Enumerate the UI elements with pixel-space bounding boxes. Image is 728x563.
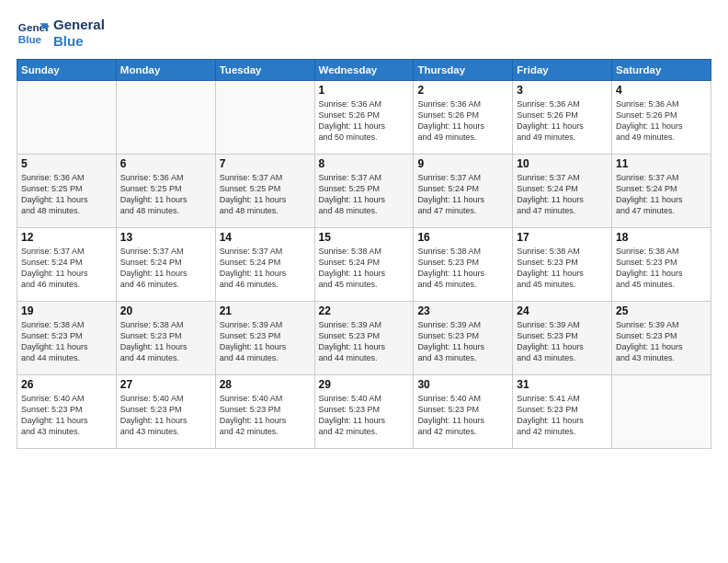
- day-info: Sunrise: 5:37 AM Sunset: 5:24 PM Dayligh…: [517, 172, 608, 217]
- day-number: 6: [120, 157, 211, 170]
- day-cell-11: 11Sunrise: 5:37 AM Sunset: 5:24 PM Dayli…: [612, 155, 711, 228]
- svg-text:Blue: Blue: [18, 33, 42, 45]
- day-cell-27: 27Sunrise: 5:40 AM Sunset: 5:23 PM Dayli…: [116, 375, 215, 449]
- day-info: Sunrise: 5:40 AM Sunset: 5:23 PM Dayligh…: [120, 393, 211, 438]
- header: General Blue General Blue: [17, 17, 711, 50]
- day-info: Sunrise: 5:39 AM Sunset: 5:23 PM Dayligh…: [319, 319, 410, 364]
- week-row-4: 26Sunrise: 5:40 AM Sunset: 5:23 PM Dayli…: [17, 375, 711, 449]
- day-number: 9: [417, 157, 508, 170]
- day-number: 22: [319, 304, 410, 317]
- logo-general: General: [53, 17, 105, 33]
- day-cell-7: 7Sunrise: 5:37 AM Sunset: 5:25 PM Daylig…: [215, 155, 314, 228]
- empty-cell: [612, 375, 711, 449]
- day-info: Sunrise: 5:37 AM Sunset: 5:25 PM Dayligh…: [220, 172, 311, 217]
- weekday-header-saturday: Saturday: [612, 60, 711, 81]
- day-number: 15: [319, 231, 410, 244]
- day-number: 27: [120, 378, 211, 391]
- day-cell-5: 5Sunrise: 5:36 AM Sunset: 5:25 PM Daylig…: [17, 155, 117, 228]
- day-cell-8: 8Sunrise: 5:37 AM Sunset: 5:25 PM Daylig…: [314, 155, 414, 228]
- day-cell-1: 1Sunrise: 5:36 AM Sunset: 5:26 PM Daylig…: [314, 81, 414, 155]
- day-number: 5: [21, 157, 112, 170]
- day-cell-10: 10Sunrise: 5:37 AM Sunset: 5:24 PM Dayli…: [513, 155, 612, 228]
- day-info: Sunrise: 5:38 AM Sunset: 5:23 PM Dayligh…: [616, 246, 707, 291]
- day-info: Sunrise: 5:39 AM Sunset: 5:23 PM Dayligh…: [220, 319, 311, 364]
- logo-blue: Blue: [53, 33, 105, 50]
- day-info: Sunrise: 5:40 AM Sunset: 5:23 PM Dayligh…: [417, 393, 508, 438]
- day-cell-28: 28Sunrise: 5:40 AM Sunset: 5:23 PM Dayli…: [215, 375, 314, 449]
- day-number: 11: [616, 157, 707, 170]
- day-number: 17: [517, 231, 608, 244]
- empty-cell: [215, 81, 314, 155]
- day-cell-2: 2Sunrise: 5:36 AM Sunset: 5:26 PM Daylig…: [414, 81, 513, 155]
- weekday-header-tuesday: Tuesday: [215, 60, 314, 81]
- week-row-0: 1Sunrise: 5:36 AM Sunset: 5:26 PM Daylig…: [17, 81, 711, 155]
- day-info: Sunrise: 5:36 AM Sunset: 5:26 PM Dayligh…: [417, 98, 508, 144]
- calendar-container: General Blue General Blue SundayMondayTu…: [0, 0, 728, 458]
- day-cell-31: 31Sunrise: 5:41 AM Sunset: 5:23 PM Dayli…: [513, 375, 612, 449]
- day-info: Sunrise: 5:36 AM Sunset: 5:25 PM Dayligh…: [120, 172, 211, 217]
- day-info: Sunrise: 5:38 AM Sunset: 5:23 PM Dayligh…: [517, 246, 608, 291]
- day-number: 26: [21, 378, 112, 391]
- day-cell-18: 18Sunrise: 5:38 AM Sunset: 5:23 PM Dayli…: [612, 228, 711, 302]
- day-number: 14: [220, 231, 311, 244]
- day-info: Sunrise: 5:40 AM Sunset: 5:23 PM Dayligh…: [21, 393, 112, 438]
- day-cell-21: 21Sunrise: 5:39 AM Sunset: 5:23 PM Dayli…: [215, 302, 314, 375]
- weekday-header-sunday: Sunday: [17, 60, 117, 81]
- day-info: Sunrise: 5:38 AM Sunset: 5:23 PM Dayligh…: [120, 319, 211, 364]
- weekday-header-wednesday: Wednesday: [314, 60, 414, 81]
- day-number: 3: [517, 84, 608, 97]
- day-number: 20: [120, 304, 211, 317]
- day-number: 2: [417, 84, 508, 97]
- day-info: Sunrise: 5:36 AM Sunset: 5:26 PM Dayligh…: [517, 98, 608, 144]
- day-info: Sunrise: 5:36 AM Sunset: 5:26 PM Dayligh…: [616, 98, 707, 144]
- day-number: 18: [616, 231, 707, 244]
- day-number: 30: [417, 378, 508, 391]
- day-cell-20: 20Sunrise: 5:38 AM Sunset: 5:23 PM Dayli…: [116, 302, 215, 375]
- day-info: Sunrise: 5:36 AM Sunset: 5:25 PM Dayligh…: [21, 172, 112, 217]
- day-cell-26: 26Sunrise: 5:40 AM Sunset: 5:23 PM Dayli…: [17, 375, 117, 449]
- day-info: Sunrise: 5:39 AM Sunset: 5:23 PM Dayligh…: [517, 319, 608, 364]
- day-number: 23: [417, 304, 508, 317]
- weekday-header-thursday: Thursday: [414, 60, 513, 81]
- day-cell-14: 14Sunrise: 5:37 AM Sunset: 5:24 PM Dayli…: [215, 228, 314, 302]
- day-cell-30: 30Sunrise: 5:40 AM Sunset: 5:23 PM Dayli…: [414, 375, 513, 449]
- day-info: Sunrise: 5:37 AM Sunset: 5:25 PM Dayligh…: [319, 172, 410, 217]
- day-info: Sunrise: 5:38 AM Sunset: 5:23 PM Dayligh…: [417, 246, 508, 291]
- day-info: Sunrise: 5:38 AM Sunset: 5:23 PM Dayligh…: [21, 319, 112, 364]
- day-cell-19: 19Sunrise: 5:38 AM Sunset: 5:23 PM Dayli…: [17, 302, 117, 375]
- day-cell-29: 29Sunrise: 5:40 AM Sunset: 5:23 PM Dayli…: [314, 375, 414, 449]
- day-cell-12: 12Sunrise: 5:37 AM Sunset: 5:24 PM Dayli…: [17, 228, 117, 302]
- day-number: 24: [517, 304, 608, 317]
- day-number: 25: [616, 304, 707, 317]
- calendar-table: SundayMondayTuesdayWednesdayThursdayFrid…: [17, 59, 711, 449]
- day-cell-23: 23Sunrise: 5:39 AM Sunset: 5:23 PM Dayli…: [414, 302, 513, 375]
- day-info: Sunrise: 5:36 AM Sunset: 5:26 PM Dayligh…: [319, 98, 410, 144]
- day-number: 19: [21, 304, 112, 317]
- day-number: 16: [417, 231, 508, 244]
- day-cell-16: 16Sunrise: 5:38 AM Sunset: 5:23 PM Dayli…: [414, 228, 513, 302]
- day-number: 10: [517, 157, 608, 170]
- weekday-header-monday: Monday: [116, 60, 215, 81]
- day-info: Sunrise: 5:37 AM Sunset: 5:24 PM Dayligh…: [220, 246, 311, 291]
- day-info: Sunrise: 5:40 AM Sunset: 5:23 PM Dayligh…: [220, 393, 311, 438]
- day-cell-6: 6Sunrise: 5:36 AM Sunset: 5:25 PM Daylig…: [116, 155, 215, 228]
- day-number: 4: [616, 84, 707, 97]
- day-number: 7: [220, 157, 311, 170]
- day-info: Sunrise: 5:39 AM Sunset: 5:23 PM Dayligh…: [616, 319, 707, 364]
- day-number: 31: [517, 378, 608, 391]
- weekday-header-friday: Friday: [513, 60, 612, 81]
- week-row-2: 12Sunrise: 5:37 AM Sunset: 5:24 PM Dayli…: [17, 228, 711, 302]
- week-row-1: 5Sunrise: 5:36 AM Sunset: 5:25 PM Daylig…: [17, 155, 711, 228]
- day-number: 1: [319, 84, 410, 97]
- day-info: Sunrise: 5:37 AM Sunset: 5:24 PM Dayligh…: [120, 246, 211, 291]
- logo: General Blue General Blue: [17, 17, 105, 50]
- empty-cell: [116, 81, 215, 155]
- day-info: Sunrise: 5:41 AM Sunset: 5:23 PM Dayligh…: [517, 393, 608, 438]
- day-info: Sunrise: 5:37 AM Sunset: 5:24 PM Dayligh…: [21, 246, 112, 291]
- day-number: 8: [319, 157, 410, 170]
- day-cell-17: 17Sunrise: 5:38 AM Sunset: 5:23 PM Dayli…: [513, 228, 612, 302]
- day-info: Sunrise: 5:39 AM Sunset: 5:23 PM Dayligh…: [417, 319, 508, 364]
- day-cell-4: 4Sunrise: 5:36 AM Sunset: 5:26 PM Daylig…: [612, 81, 711, 155]
- day-number: 13: [120, 231, 211, 244]
- day-number: 21: [220, 304, 311, 317]
